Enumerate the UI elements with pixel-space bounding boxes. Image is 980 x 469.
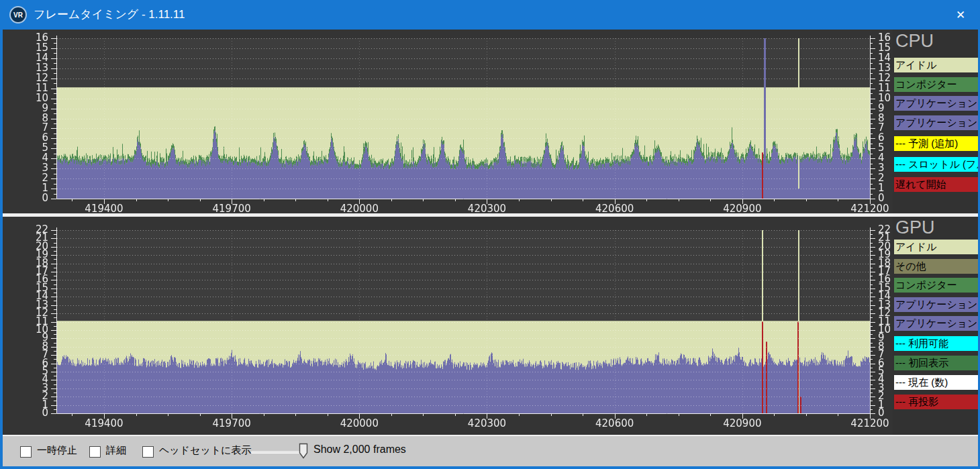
legend-gpu-item: --- 利用可能 [894, 336, 978, 351]
show-in-headset-checkbox-label: ヘッドセットに表示 [159, 444, 251, 457]
frames-slider[interactable] [251, 451, 301, 453]
close-button[interactable]: ✕ [948, 0, 973, 30]
frame-timing-window: VR フレームタイミング - 1.11.11 ✕ CPUアイドルコンポジターアプ… [0, 0, 980, 469]
vr-logo-icon: VR [9, 6, 27, 23]
legend-cpu-item: --- 予測 (追加) [894, 136, 978, 151]
legend-cpu-item: アプリケーション(メイン) [894, 96, 978, 111]
gpu-frame-chart [0, 217, 893, 435]
legend-cpu-item: アプリケーション(背景) [894, 115, 978, 130]
close-icon: ✕ [956, 8, 965, 22]
legend-panel: CPUアイドルコンポジターアプリケーション(メイン)アプリケーション(背景)--… [894, 30, 978, 435]
pause-checkbox-label: 一時停止 [37, 444, 77, 457]
legend-cpu-item: アイドル [894, 58, 978, 72]
window-border-left [0, 30, 3, 469]
chart-separator [0, 213, 980, 217]
details-checkbox-label: 詳細 [106, 444, 126, 457]
legend-gpu-item: --- 再投影 [894, 395, 978, 409]
show-frames-label: Show 2,000 frames [313, 444, 406, 456]
legend-gpu-item: --- 初回表示 [894, 356, 978, 370]
window-border-bottom [0, 466, 980, 469]
legend-gpu-item: その他 [894, 259, 978, 274]
window-title: フレームタイミング - 1.11.11 [34, 0, 185, 30]
legend-cpu-item: コンポジター [894, 77, 978, 92]
pause-checkbox[interactable] [20, 446, 32, 458]
legend-gpu-item: アプリケーション(メイン) [894, 297, 978, 312]
cpu-legend-header: CPU [895, 31, 934, 52]
title-bar: VR フレームタイミング - 1.11.11 ✕ [0, 0, 980, 30]
legend-gpu-item: コンポジター [894, 278, 978, 293]
gpu-legend-header: GPU [895, 217, 935, 238]
cpu-frame-chart [0, 30, 893, 215]
details-checkbox[interactable] [89, 446, 101, 458]
bottom-toolbar: 一時停止 詳細 ヘッドセットに表示 Show 2,000 frames [0, 435, 980, 466]
legend-gpu-item: アイドル [894, 240, 978, 254]
frames-slider-handle[interactable] [299, 443, 308, 459]
legend-gpu-item: --- 現在 (数) [894, 375, 978, 390]
legend-gpu-item: アプリケーション(背景) [894, 316, 978, 331]
legend-cpu-item: 遅れて開始 [894, 177, 978, 192]
legend-cpu-item: --- スロットル (フルフレーム) [894, 157, 978, 172]
show-in-headset-checkbox[interactable] [142, 446, 154, 458]
